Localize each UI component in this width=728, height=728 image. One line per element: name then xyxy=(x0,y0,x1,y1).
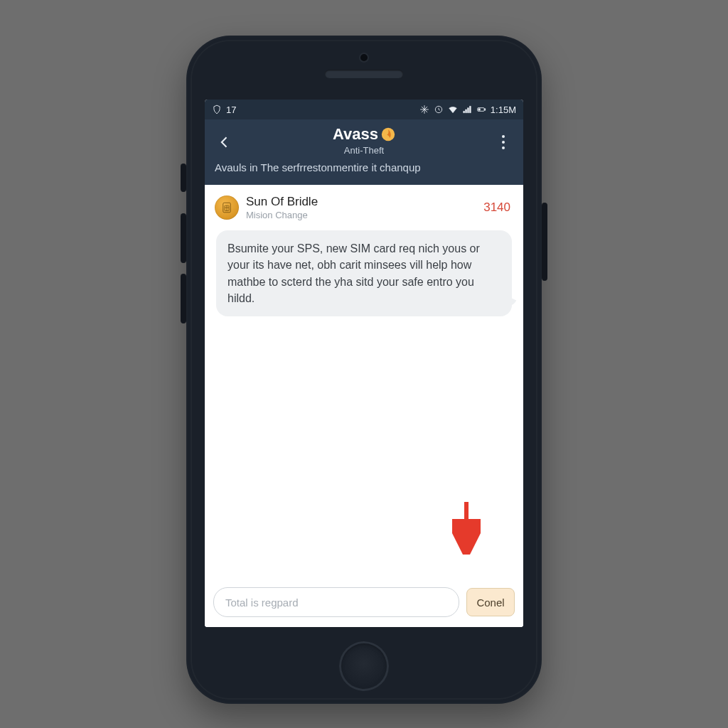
send-button[interactable]: Conel xyxy=(466,588,515,616)
conversation-area: Sun Of Bridle Mision Change 3140 Bsumite… xyxy=(205,185,523,627)
phone-speaker xyxy=(325,70,403,78)
screen: 17 1:15M xyxy=(205,100,523,627)
phone-side-button xyxy=(181,274,186,323)
app-bar: Avass Anti-Theft Avauls in The serfrrest… xyxy=(205,119,523,185)
app-title-text: Avass xyxy=(333,125,378,144)
message-meta-number: 3140 xyxy=(483,200,513,215)
back-button[interactable] xyxy=(213,131,236,154)
status-clock: 1:15M xyxy=(491,105,516,115)
shield-icon xyxy=(212,105,222,114)
appbar-description: Avauls in The serfrrestonmentire it chan… xyxy=(213,161,515,175)
sender-header: Sun Of Bridle Mision Change 3140 xyxy=(205,185,523,225)
message-input[interactable] xyxy=(213,587,459,617)
clock-icon xyxy=(434,105,444,114)
avast-logo-icon xyxy=(381,127,395,141)
message-text: Bsumite your SPS, new SIM card req nich … xyxy=(228,242,480,304)
sender-name: Sun Of Bridle xyxy=(246,195,318,209)
wifi-icon xyxy=(448,105,458,114)
app-subtitle: Anti-Theft xyxy=(205,145,523,156)
status-bar: 17 1:15M xyxy=(205,100,523,119)
sender-subtitle: Mision Change xyxy=(246,210,318,220)
overflow-menu-button[interactable] xyxy=(492,131,515,154)
message-bubble: Bsumite your SPS, new SIM card req nich … xyxy=(216,230,512,316)
app-title: Avass xyxy=(333,125,395,144)
svg-rect-2 xyxy=(478,109,480,110)
svg-point-4 xyxy=(382,128,395,141)
battery-icon xyxy=(476,105,486,114)
phone-home-button[interactable] xyxy=(339,641,389,691)
phone-side-button xyxy=(181,213,186,263)
status-notif-count: 17 xyxy=(226,105,236,115)
phone-side-button xyxy=(181,164,186,192)
phone-camera xyxy=(360,54,368,61)
snowflake-icon xyxy=(419,105,429,114)
svg-rect-3 xyxy=(485,109,486,110)
phone-frame: 17 1:15M xyxy=(186,36,542,704)
annotation-arrow-icon xyxy=(452,498,481,555)
composer: Conel xyxy=(205,580,523,627)
sim-icon xyxy=(215,196,239,220)
phone-side-button xyxy=(542,203,547,281)
signal-icon xyxy=(462,105,472,114)
